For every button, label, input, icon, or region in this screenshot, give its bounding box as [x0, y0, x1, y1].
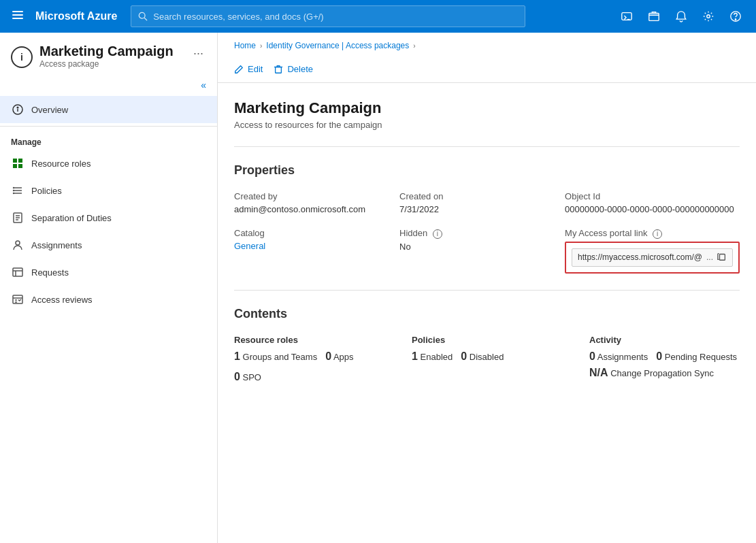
breadcrumb-home[interactable]: Home: [234, 41, 256, 50]
svg-point-10: [735, 19, 736, 20]
breadcrumb-identity-governance[interactable]: Identity Governance | Access packages: [266, 41, 409, 50]
activity-pending-count: 0 Pending Requests: [656, 350, 737, 363]
svg-rect-15: [18, 159, 22, 163]
activity-sync: N/A Change Propagation Sync: [589, 367, 740, 379]
sidebar-item-label: Policies: [31, 186, 62, 196]
svg-rect-14: [13, 159, 17, 163]
activity-sync-count: N/A Change Propagation Sync: [589, 367, 714, 379]
svg-point-3: [139, 12, 146, 18]
hidden-info-icon[interactable]: i: [433, 229, 442, 239]
info-circle-icon: [11, 103, 24, 116]
object-id-value: 00000000-0000-0000-0000-000000000000: [565, 204, 740, 214]
groups-count: 1 Groups and Teams: [234, 350, 317, 363]
settings-icon[interactable]: [696, 4, 721, 29]
sidebar-item-label: Separation of Duties: [31, 213, 112, 223]
review-icon: [11, 293, 24, 306]
created-on-label: Created on: [399, 191, 538, 201]
svg-rect-2: [12, 18, 23, 19]
nav-divider: [0, 126, 217, 127]
sidebar-item-label: Overview: [31, 105, 68, 115]
catalog-value[interactable]: General: [234, 241, 372, 251]
contents-heading: Contents: [234, 307, 740, 321]
portal-link-label: My Access portal link i: [565, 228, 740, 239]
sidebar-item-separation-of-duties[interactable]: Separation of Duties: [0, 204, 217, 231]
app-logo: Microsoft Azure: [35, 10, 117, 22]
sidebar-item-resource-roles[interactable]: Resource roles: [0, 150, 217, 177]
search-input[interactable]: [153, 12, 518, 22]
catalog-label: Catalog: [234, 228, 372, 238]
main-content: Home › Identity Governance | Access pack…: [218, 33, 756, 543]
catalog-section: Catalog General: [234, 228, 372, 274]
sidebar-item-overview[interactable]: Overview: [0, 96, 217, 123]
disabled-count: 0 Disabled: [461, 350, 504, 363]
properties-grid: Created by admin@contoso.onmicrosoft.com…: [234, 191, 740, 274]
top-navigation: Microsoft Azure: [0, 0, 756, 33]
sidebar-title: Marketing Campaign: [39, 44, 174, 59]
svg-rect-1: [12, 14, 23, 16]
toolbar: Edit Delete: [218, 56, 756, 83]
package-icon: i: [11, 46, 33, 68]
hamburger-menu[interactable]: [8, 5, 27, 28]
sidebar-item-access-reviews[interactable]: Access reviews: [0, 286, 217, 313]
cloud-shell-icon[interactable]: [614, 4, 639, 29]
help-icon[interactable]: [723, 4, 748, 29]
sidebar-subtitle: Access package: [39, 59, 174, 69]
sidebar-item-assignments[interactable]: Assignments: [0, 231, 217, 259]
search-bar[interactable]: [131, 5, 525, 27]
sidebar: i Marketing Campaign Access package ··· …: [0, 33, 218, 543]
svg-point-8: [707, 15, 710, 18]
svg-rect-17: [18, 164, 22, 168]
manage-label: Manage: [0, 129, 217, 150]
delete-button[interactable]: Delete: [274, 61, 313, 77]
sidebar-nav: Overview Manage Resource roles: [0, 96, 217, 543]
svg-rect-29: [13, 268, 22, 276]
created-on-section: Created on 7/31/2022: [399, 191, 538, 214]
svg-rect-36: [276, 67, 282, 73]
activity-items: 0 Assignments 0 Pending Requests: [589, 350, 740, 363]
copy-button[interactable]: [717, 252, 727, 263]
sidebar-item-label: Resource roles: [31, 159, 91, 169]
page-title: Marketing Campaign: [234, 99, 740, 117]
object-id-section: Object Id 00000000-0000-0000-0000-000000…: [565, 191, 740, 214]
sidebar-header: i Marketing Campaign Access package ···: [0, 33, 217, 74]
created-by-section: Created by admin@contoso.onmicrosoft.com: [234, 191, 372, 214]
sidebar-header-text: Marketing Campaign Access package: [39, 44, 174, 69]
svg-rect-16: [13, 164, 17, 168]
svg-rect-5: [622, 13, 631, 20]
person-icon: [11, 238, 24, 252]
portal-link-section: My Access portal link i https://myaccess…: [565, 228, 740, 274]
content-area: Marketing Campaign Access to resources f…: [218, 83, 756, 399]
document-icon: [11, 211, 24, 225]
section-divider-2: [234, 290, 740, 291]
breadcrumb-sep-1: ›: [260, 42, 262, 50]
activity-category-title: Activity: [589, 335, 740, 345]
collapse-button[interactable]: «: [195, 77, 212, 93]
breadcrumb-sep-2: ›: [413, 42, 415, 50]
object-id-label: Object Id: [565, 191, 740, 201]
hidden-section: Hidden i No: [399, 228, 538, 274]
sidebar-item-requests[interactable]: Requests: [0, 259, 217, 286]
sidebar-item-label: Requests: [31, 267, 69, 278]
edit-button[interactable]: Edit: [234, 61, 263, 77]
topnav-icons: [614, 4, 748, 29]
svg-point-28: [16, 241, 20, 245]
directory-icon[interactable]: [642, 4, 666, 29]
notification-icon[interactable]: [669, 4, 693, 29]
portal-link-box: https://myaccess.microsoft.com/@ ...: [565, 242, 740, 274]
sidebar-more-button[interactable]: ···: [191, 44, 206, 63]
sidebar-collapse: «: [0, 74, 217, 96]
enabled-count: 1 Enabled: [412, 350, 453, 363]
hidden-label: Hidden i: [399, 228, 538, 239]
properties-heading: Properties: [234, 163, 740, 178]
svg-rect-7: [649, 14, 659, 21]
sidebar-item-label: Access reviews: [31, 295, 93, 305]
portal-link-info-icon[interactable]: i: [653, 229, 662, 239]
contents-grid: Resource roles 1 Groups and Teams 0 Apps…: [234, 335, 740, 383]
policies-items: 1 Enabled 0 Disabled: [412, 350, 562, 363]
portal-link-ellipsis: ...: [706, 252, 713, 262]
hidden-value: No: [399, 242, 538, 252]
sidebar-item-policies[interactable]: Policies: [0, 177, 217, 204]
created-on-value: 7/31/2022: [399, 204, 538, 214]
main-layout: i Marketing Campaign Access package ··· …: [0, 33, 756, 543]
svg-point-23: [13, 193, 14, 194]
